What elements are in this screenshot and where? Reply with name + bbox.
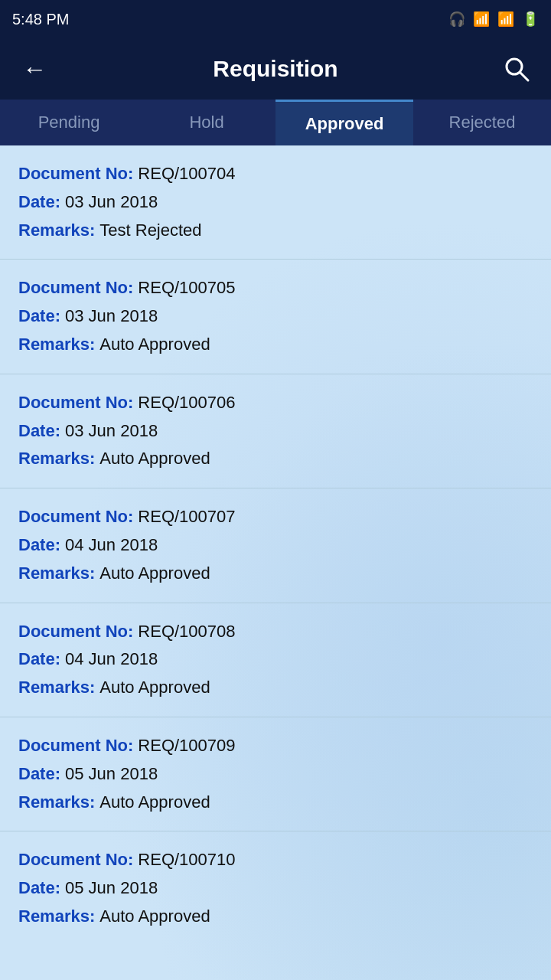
date-value: 05 Jun 2018 (65, 877, 158, 900)
remarks-field: Remarks: Auto Approved (18, 791, 533, 815)
date-field: Date: 04 Jun 2018 (18, 648, 533, 671)
date-label: Date: (18, 420, 60, 443)
page-title: Requisition (54, 56, 497, 82)
list-item[interactable]: Document No: REQ/100706 Date: 03 Jun 201… (0, 374, 551, 488)
doc-no-label: Document No: (18, 391, 133, 415)
date-field: Date: 05 Jun 2018 (18, 763, 533, 786)
remarks-value: Auto Approved (99, 791, 210, 815)
remarks-value: Test Rejected (99, 219, 201, 243)
status-bar: 5:48 PM 🎧 📶 📶 🔋 (0, 0, 551, 38)
date-value: 03 Jun 2018 (65, 191, 158, 214)
tab-rejected[interactable]: Rejected (413, 100, 551, 145)
status-time: 5:48 PM (12, 11, 69, 28)
date-field: Date: 04 Jun 2018 (18, 534, 533, 557)
date-label: Date: (18, 305, 60, 328)
tabs-bar: Pending Hold Approved Rejected (0, 100, 551, 145)
list-item[interactable]: Document No: REQ/100709 Date: 05 Jun 201… (0, 717, 551, 831)
doc-no-field: Document No: REQ/100709 (18, 734, 533, 758)
remarks-label: Remarks: (18, 219, 95, 243)
doc-no-value: REQ/100708 (138, 620, 235, 644)
doc-no-value: REQ/100704 (138, 162, 235, 186)
doc-no-label: Document No: (18, 620, 133, 644)
remarks-field: Remarks: Auto Approved (18, 905, 533, 929)
remarks-value: Auto Approved (99, 562, 210, 586)
doc-no-field: Document No: REQ/100708 (18, 620, 533, 644)
remarks-field: Remarks: Auto Approved (18, 562, 533, 586)
tab-pending[interactable]: Pending (0, 100, 138, 145)
doc-no-field: Document No: REQ/100704 (18, 162, 533, 186)
tab-hold[interactable]: Hold (138, 100, 276, 145)
back-button[interactable]: ← (15, 55, 54, 83)
doc-no-value: REQ/100709 (138, 734, 235, 758)
doc-no-label: Document No: (18, 276, 133, 300)
remarks-label: Remarks: (18, 905, 95, 929)
doc-no-label: Document No: (18, 734, 133, 758)
date-value: 03 Jun 2018 (65, 305, 158, 328)
battery-icon: 🔋 (522, 11, 539, 28)
date-value: 04 Jun 2018 (65, 648, 158, 671)
doc-no-field: Document No: REQ/100705 (18, 276, 533, 300)
date-label: Date: (18, 877, 60, 900)
tab-approved[interactable]: Approved (276, 100, 413, 145)
date-field: Date: 03 Jun 2018 (18, 420, 533, 443)
doc-no-value: REQ/100706 (138, 391, 235, 415)
date-label: Date: (18, 191, 60, 214)
date-label: Date: (18, 763, 60, 786)
date-value: 03 Jun 2018 (65, 420, 158, 443)
date-field: Date: 03 Jun 2018 (18, 305, 533, 328)
date-value: 04 Jun 2018 (65, 534, 158, 557)
remarks-value: Auto Approved (99, 333, 210, 357)
remarks-label: Remarks: (18, 791, 95, 815)
wifi-icon: 📶 (473, 11, 490, 28)
date-field: Date: 03 Jun 2018 (18, 191, 533, 214)
date-value: 05 Jun 2018 (65, 763, 158, 786)
list-item[interactable]: Document No: REQ/100708 Date: 04 Jun 201… (0, 603, 551, 717)
svg-line-1 (520, 73, 528, 80)
doc-no-value: REQ/100710 (138, 848, 235, 872)
doc-no-field: Document No: REQ/100707 (18, 505, 533, 529)
remarks-field: Remarks: Auto Approved (18, 333, 533, 357)
list-item[interactable]: Document No: REQ/100704 Date: 03 Jun 201… (0, 145, 551, 260)
remarks-field: Remarks: Auto Approved (18, 676, 533, 700)
status-icons: 🎧 📶 📶 🔋 (448, 11, 539, 28)
remarks-label: Remarks: (18, 447, 95, 471)
headphone-icon: 🎧 (448, 11, 465, 28)
doc-no-value: REQ/100705 (138, 276, 235, 300)
list-item[interactable]: Document No: REQ/100707 Date: 04 Jun 201… (0, 488, 551, 603)
remarks-value: Auto Approved (99, 447, 210, 471)
remarks-field: Remarks: Test Rejected (18, 219, 533, 243)
list-item[interactable]: Document No: REQ/100710 Date: 05 Jun 201… (0, 831, 551, 945)
doc-no-label: Document No: (18, 162, 133, 186)
remarks-label: Remarks: (18, 333, 95, 357)
remarks-label: Remarks: (18, 562, 95, 586)
date-label: Date: (18, 648, 60, 671)
remarks-label: Remarks: (18, 676, 95, 700)
date-field: Date: 05 Jun 2018 (18, 877, 533, 900)
record-list: Document No: REQ/100704 Date: 03 Jun 201… (0, 145, 551, 980)
doc-no-field: Document No: REQ/100706 (18, 391, 533, 415)
date-label: Date: (18, 534, 60, 557)
remarks-field: Remarks: Auto Approved (18, 447, 533, 471)
signal-icon: 📶 (497, 11, 514, 28)
doc-no-label: Document No: (18, 505, 133, 529)
doc-no-value: REQ/100707 (138, 505, 235, 529)
header: ← Requisition (0, 38, 551, 100)
remarks-value: Auto Approved (99, 676, 210, 700)
search-button[interactable] (497, 55, 536, 83)
doc-no-field: Document No: REQ/100710 (18, 848, 533, 872)
doc-no-label: Document No: (18, 848, 133, 872)
list-item[interactable]: Document No: REQ/100705 Date: 03 Jun 201… (0, 260, 551, 374)
remarks-value: Auto Approved (99, 905, 210, 929)
